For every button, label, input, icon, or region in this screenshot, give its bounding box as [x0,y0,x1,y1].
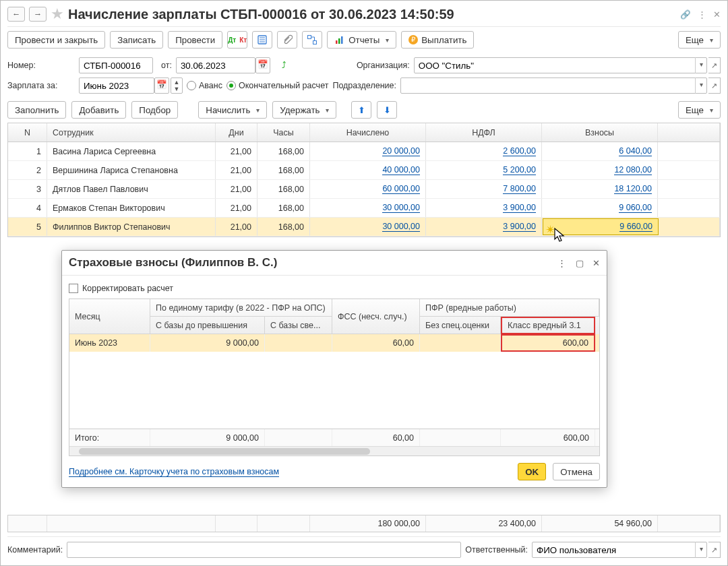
post-button[interactable]: Провести [168,31,222,49]
col-ndfl[interactable]: НДФЛ [426,123,542,142]
post-and-close-button[interactable]: Провести и закрыть [7,31,105,49]
correct-label: Корректировать расчет [82,284,173,293]
svg-rect-8 [341,36,343,44]
kebab-icon[interactable]: ⋮ [698,9,706,20]
radio-final[interactable]: Окончательный расчет [226,81,328,90]
main-window: ← → ★ Начисление зарплаты СТБП-000016 от… [0,0,728,566]
dtkt-icon[interactable]: ДтКт [227,31,247,49]
nav-back-button[interactable]: ← [7,7,25,22]
col-tail [658,123,720,142]
table-body: 1Васина Лариса Сергеевна21,00168,0020 00… [8,142,720,237]
org-dropdown-handle[interactable]: ▾ [695,57,707,73]
cell-pfr-a [420,334,501,352]
correct-checkbox[interactable] [69,284,78,293]
pay-button[interactable]: ₽ Выплатить [401,31,474,49]
svg-rect-4 [308,36,311,39]
ih-uniform[interactable]: По единому тарифу (в 2022 - ПФР на ОПС) [150,299,332,317]
move-up-button[interactable]: ⬆ [351,101,371,119]
svg-rect-6 [336,40,338,44]
insurance-footer: Итого: 9 000,00 60,00 600,00 [69,429,599,446]
popup-title: Страховые взносы (Филиппов В. С.) [69,256,551,270]
move-down-button[interactable]: ⬇ [377,101,397,119]
table-row[interactable]: 5Филиппов Виктор Степанович21,00168,0030… [8,218,720,237]
dept-field[interactable] [400,77,707,94]
employees-table: N Сотрудник Дни Часы Начислено НДФЛ Взно… [7,123,721,237]
titlebar: ← → ★ Начисление зарплаты СТБП-000016 от… [7,5,721,24]
attach-icon[interactable] [277,31,297,49]
date-apply-icon[interactable]: ⤴ [277,57,292,73]
details-link[interactable]: Подробнее см. Карточку учета по страховы… [69,467,279,477]
popup-close-icon[interactable]: ✕ [593,259,600,268]
fill-button[interactable]: Заполнить [7,101,66,119]
withhold-dropdown[interactable]: Удержать [272,101,336,119]
link-icon[interactable]: 🔗 [680,9,691,20]
popup-kebab-icon[interactable]: ⋮ [557,259,566,268]
radio-advance[interactable]: Аванс [187,81,222,90]
table-more-dropdown[interactable]: Еще [678,101,721,119]
date-calendar-button[interactable]: 📅 [255,57,270,73]
number-field[interactable] [79,57,153,73]
dept-dropdown-handle[interactable]: ▾ [695,77,707,94]
nav-forward-button[interactable]: → [29,7,47,22]
separator [7,26,721,27]
favorite-icon[interactable]: ★ [51,5,64,23]
ih-fss[interactable]: ФСС (несч. случ.) [332,299,420,334]
comment-field[interactable] [67,542,461,558]
responsible-open-button[interactable]: ↗ [708,542,721,558]
ok-button[interactable]: OK [518,463,546,480]
ih-base1[interactable]: С базы до превышения [150,317,265,334]
period-stepper[interactable]: ▲▼ [171,77,183,94]
popup-maximize-icon[interactable]: ▢ [576,259,584,268]
table-row[interactable]: 1Васина Лариса Сергеевна21,00168,0020 00… [8,142,720,161]
reports-dropdown[interactable]: Отчеты [327,31,396,49]
bottom-area: 180 000,00 23 400,00 54 960,00 Комментар… [7,515,721,559]
col-n[interactable]: N [8,123,47,142]
date-field[interactable] [176,57,255,73]
col-accrued[interactable]: Начислено [310,123,426,142]
col-fees[interactable]: Взносы [542,123,658,142]
table-row[interactable]: 3Дятлов Павел Павлович21,00168,0060 000,… [8,180,720,199]
popup-scrollbar[interactable] [69,446,599,455]
ih-pfr-b[interactable]: Класс вредный 3.1 [501,317,595,334]
org-field[interactable] [414,57,707,73]
cell-month: Июнь 2023 [69,334,150,352]
responsible-field[interactable] [532,542,707,558]
registers-icon[interactable] [252,31,272,49]
total-fees: 54 960,00 [542,515,658,532]
foot-fss: 60,00 [332,429,420,446]
ih-pfr[interactable]: ПФР (вредные работы) [420,299,599,317]
related-icon[interactable] [302,31,322,49]
ih-pfr-a[interactable]: Без спец.оценки [420,317,501,334]
main-totals: 180 000,00 23 400,00 54 960,00 [7,515,721,532]
svg-rect-5 [313,41,317,44]
foot-label: Итого: [69,429,150,446]
foot-base1: 9 000,00 [150,429,265,446]
ih-base2[interactable]: С базы све... [265,317,332,334]
insurance-table: Месяц По единому тарифу (в 2022 - ПФР на… [69,298,600,456]
org-open-button[interactable]: ↗ [708,57,721,73]
save-button[interactable]: Записать [110,31,163,49]
responsible-dropdown-handle[interactable]: ▾ [695,542,707,558]
total-ndfl: 23 400,00 [426,515,542,532]
table-row[interactable]: 4Ермаков Степан Викторович21,00168,0030 … [8,199,720,218]
number-label: Номер: [7,61,75,70]
insurance-row[interactable]: Июнь 2023 9 000,00 60,00 600,00 [69,334,599,352]
col-hours[interactable]: Часы [257,123,310,142]
close-icon[interactable]: ✕ [713,9,721,20]
form-fields: Номер: от: 📅 ⤴ Организация: ▾ ↗ Зарплата… [7,55,721,96]
more-dropdown[interactable]: Еще [678,31,721,49]
col-employee[interactable]: Сотрудник [47,123,216,142]
cancel-button[interactable]: Отмена [553,463,600,480]
col-days[interactable]: Дни [216,123,257,142]
salary-for-field[interactable] [79,77,154,94]
table-row[interactable]: 2Вершинина Лариса Степановна21,00168,004… [8,161,720,180]
table-header: N Сотрудник Дни Часы Начислено НДФЛ Взно… [8,123,720,142]
dept-open-button[interactable]: ↗ [708,77,721,94]
org-label: Организация: [357,61,410,70]
add-button[interactable]: Добавить [71,101,126,119]
comment-label: Комментарий: [7,545,63,555]
accrue-dropdown[interactable]: Начислить [198,101,267,119]
ih-month[interactable]: Месяц [69,299,150,334]
period-calendar-button[interactable]: 📅 [154,77,169,94]
pick-button[interactable]: Подбор [131,101,178,119]
